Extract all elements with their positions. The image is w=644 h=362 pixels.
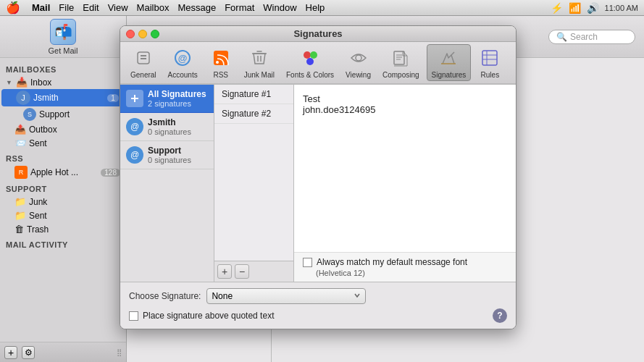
sidebar-item-support-inbox[interactable]: S Support: [0, 106, 126, 122]
sidebar-item-apple-hot[interactable]: R Apple Hot ... 128: [0, 164, 126, 180]
toolbar-btn-rules[interactable]: Rules: [474, 45, 506, 80]
outbox-label: Outbox: [29, 125, 57, 135]
get-mail-icon: 📬: [50, 19, 76, 45]
menu-format[interactable]: Format: [225, 2, 254, 13]
support-account-count: 0 signatures: [148, 156, 191, 164]
modal-bottom: Choose Signature: None Place signature a…: [120, 282, 516, 329]
clock: 11:00 AM: [605, 4, 638, 12]
close-button[interactable]: [126, 30, 135, 38]
font-match-label: Always match my default message font: [317, 257, 467, 267]
signatures-list-inner: Signature #1 Signature #2: [214, 85, 293, 261]
account-all-signatures[interactable]: All Signatures 2 signatures: [120, 85, 214, 113]
section-rss: RSS: [0, 150, 126, 164]
sidebar-item-junk[interactable]: 📁 Junk: [0, 195, 126, 209]
support-account-icon: @: [126, 146, 143, 164]
menu-edit[interactable]: Edit: [83, 2, 99, 13]
menu-mail[interactable]: Mail: [32, 2, 50, 13]
jsmith-account-count: 0 signatures: [148, 127, 191, 136]
help-button[interactable]: ?: [493, 308, 507, 323]
mail-bottom-bar: + ⚙ ⣿: [0, 342, 126, 362]
signatures-icon: [437, 46, 460, 70]
add-signature-button[interactable]: +: [217, 264, 232, 279]
fonts-colors-label: Fonts & Colors: [286, 71, 334, 79]
sidebar-item-trash[interactable]: 🗑 Trash: [0, 222, 126, 236]
sent-label: Sent: [29, 138, 47, 148]
search-placeholder: Search: [570, 32, 598, 42]
modal-body: All Signatures 2 signatures @ Jsmith 0 s…: [120, 84, 516, 329]
sent2-label: Sent: [29, 211, 47, 221]
svg-point-11: [306, 58, 314, 65]
apple-menu[interactable]: 🍎: [6, 1, 20, 14]
maximize-button[interactable]: [151, 30, 159, 38]
sent-icon: 📨: [14, 138, 26, 148]
junk-mail-label: Junk Mail: [244, 71, 275, 79]
sidebar-item-jsmith[interactable]: J Jsmith 1: [1, 89, 125, 106]
menu-help[interactable]: Help: [306, 2, 325, 13]
gear-button[interactable]: ⚙: [22, 346, 35, 359]
menu-file[interactable]: File: [59, 2, 74, 13]
get-mail-button[interactable]: 📬 Get Mail: [49, 19, 78, 55]
menu-view[interactable]: View: [108, 2, 128, 13]
toolbar-btn-fonts-colors[interactable]: Fonts & Colors: [282, 45, 338, 80]
svg-rect-2: [141, 58, 146, 59]
general-icon: [132, 46, 155, 70]
font-match-checkbox[interactable]: [303, 258, 312, 267]
junk-icon: 📁: [14, 196, 26, 207]
toolbar-btn-composing[interactable]: Composing: [378, 45, 424, 80]
signatures-split: All Signatures 2 signatures @ Jsmith 0 s…: [120, 84, 516, 282]
fonts-colors-icon: [298, 46, 322, 70]
apple-hot-badge: 128: [101, 169, 120, 177]
svg-point-10: [310, 51, 317, 59]
toolbar-btn-viewing[interactable]: Viewing: [341, 45, 375, 80]
sidebar-content: MAILBOXES 📥 Inbox J Jsmith 1 S Support 📤…: [0, 58, 126, 342]
signature-item-1[interactable]: Signature #1: [214, 85, 293, 104]
menu-message[interactable]: Message: [177, 2, 216, 13]
choose-signature-dropdown[interactable]: None: [206, 288, 366, 304]
toolbar-btn-accounts[interactable]: @ Accounts: [164, 45, 202, 80]
outbox-icon: 📤: [14, 124, 26, 135]
toolbar-btn-general[interactable]: General: [126, 45, 161, 80]
svg-point-6: [216, 61, 219, 64]
signature-item-2[interactable]: Signature #2: [214, 104, 293, 124]
svg-text:@: @: [178, 53, 188, 64]
signatures-label: Signatures: [432, 71, 467, 79]
account-support[interactable]: @ Support 0 signatures: [120, 141, 214, 169]
jsmith-icon: J: [16, 90, 30, 105]
place-above-label: Place signature above quoted text: [143, 311, 274, 321]
add-mailbox-button[interactable]: +: [4, 346, 17, 359]
preview-line2: john.doe3124695: [303, 104, 507, 115]
mail-sidebar: 📬 Get Mail MAILBOXES 📥 Inbox J Jsmith 1 …: [0, 16, 127, 362]
support-inbox-label: Support: [39, 109, 70, 119]
toolbar-btn-signatures[interactable]: Signatures: [427, 44, 472, 81]
rules-icon: [478, 46, 501, 70]
svg-rect-1: [141, 55, 146, 56]
inbox-icon: 📥: [16, 77, 28, 88]
place-above-checkbox[interactable]: [129, 311, 138, 321]
menu-window[interactable]: Window: [263, 2, 296, 13]
choose-signature-row: Choose Signature: None: [129, 288, 507, 304]
toolbar-btn-junk-mail[interactable]: Junk Mail: [240, 45, 279, 80]
signature-font-row: Always match my default message font (He…: [294, 252, 516, 282]
place-above-row: Place signature above quoted text ?: [129, 308, 507, 323]
composing-label: Composing: [382, 71, 419, 79]
sidebar-item-sent2[interactable]: 📁 Sent: [0, 209, 126, 222]
traffic-lights: [126, 30, 159, 38]
choose-signature-value: None: [212, 291, 233, 301]
apple-hot-label: Apple Hot ...: [30, 167, 78, 177]
sidebar-item-sent[interactable]: 📨 Sent: [0, 136, 126, 150]
toolbar-btn-rss[interactable]: RSS: [205, 45, 237, 80]
modal-toolbar: General @ Accounts RSS: [120, 42, 516, 84]
support-account-text: Support 0 signatures: [148, 146, 191, 164]
minimize-button[interactable]: [138, 30, 147, 38]
preview-line1: Test: [303, 93, 507, 104]
apple-hot-icon: R: [14, 166, 28, 179]
wifi-icon: 📶: [569, 2, 581, 14]
jsmith-account-name: Jsmith: [148, 117, 191, 127]
search-box[interactable]: 🔍 Search: [548, 30, 635, 44]
sidebar-item-inbox[interactable]: 📥 Inbox: [0, 75, 126, 89]
signature-preview-inner: Test john.doe3124695: [294, 85, 516, 252]
menu-mailbox[interactable]: Mailbox: [137, 2, 170, 13]
remove-signature-button[interactable]: −: [235, 264, 249, 279]
account-jsmith[interactable]: @ Jsmith 0 signatures: [120, 113, 214, 141]
sidebar-item-outbox[interactable]: 📤 Outbox: [0, 122, 126, 136]
